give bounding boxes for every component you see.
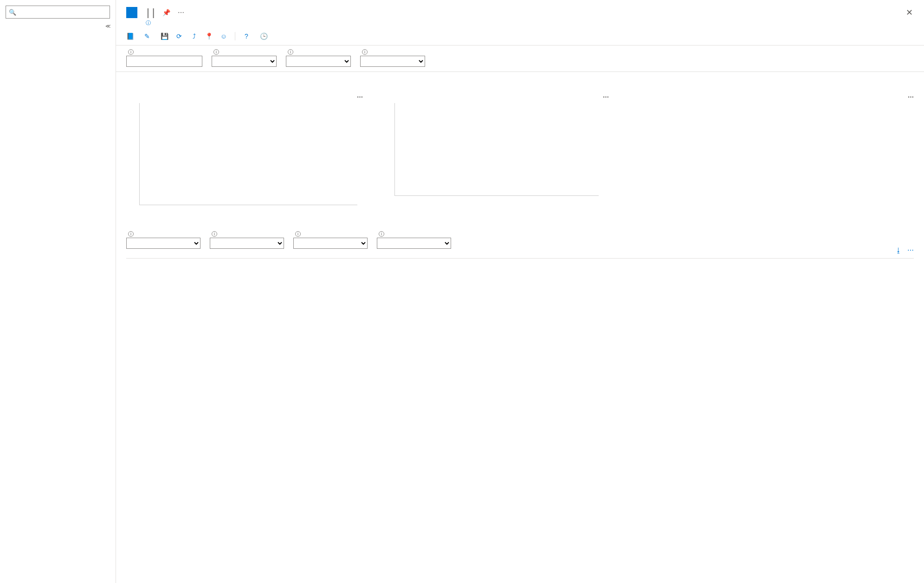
clock-icon: 🕒: [260, 32, 267, 40]
main: | | 📌 ⋯ ⓘ ✕ 📘 ✎ 💾 ⟳ ⤴ 📍 ☺ ? 🕒: [116, 0, 924, 583]
donut-center: [668, 116, 703, 150]
info-icon[interactable]: i: [212, 231, 217, 237]
page-header: | | 📌 ⋯ ⓘ ✕: [116, 0, 924, 27]
pin-button[interactable]: 📍: [205, 32, 213, 40]
sidebar-search-input[interactable]: [16, 9, 107, 15]
filter-search-input[interactable]: [126, 56, 202, 67]
save-icon: 💾: [161, 32, 168, 40]
info-icon[interactable]: i: [128, 49, 134, 55]
charts-row: ⋯ ⋯ ⋯: [116, 82, 924, 218]
share-button[interactable]: ⤴: [190, 32, 198, 40]
info-icon[interactable]: i: [379, 231, 384, 237]
edit-icon: ✎: [143, 32, 151, 40]
page-select[interactable]: [377, 238, 451, 249]
order-select[interactable]: [210, 238, 284, 249]
filter-jobfail-select[interactable]: [360, 56, 425, 67]
more-icon[interactable]: ⋯: [178, 9, 184, 16]
smile-icon: ☺: [220, 32, 227, 40]
info-icon[interactable]: i: [362, 49, 368, 55]
info-icon[interactable]: i: [128, 231, 134, 237]
filter-jobstat-select[interactable]: [286, 56, 351, 67]
filter-bar: i i i i: [116, 45, 924, 72]
edit-button[interactable]: ✎: [143, 32, 153, 40]
toolbar: 📘 ✎ 💾 ⟳ ⤴ 📍 ☺ ? 🕒: [116, 27, 924, 45]
feedback-button[interactable]: ☺: [220, 32, 227, 40]
chart-menu-icon[interactable]: ⋯: [603, 93, 609, 100]
chart-jobs-by-op: ⋯: [381, 93, 609, 214]
search-icon: 🔍: [9, 9, 16, 16]
info-icon: ⓘ: [146, 20, 151, 26]
sidebar: 🔍 ≪: [0, 0, 116, 583]
info-icon[interactable]: i: [295, 231, 301, 237]
filter-jobop-select[interactable]: [212, 56, 277, 67]
chart-menu-icon[interactable]: ⋯: [908, 93, 914, 100]
sidebar-search[interactable]: 🔍: [6, 6, 110, 19]
pin-icon[interactable]: 📌: [162, 9, 170, 16]
sortby-select[interactable]: [126, 238, 200, 249]
workbooks-button[interactable]: 📘: [126, 32, 136, 40]
help-button[interactable]: ?: [243, 32, 252, 40]
close-button[interactable]: ✕: [906, 7, 913, 18]
chart-jobs-status-time: ⋯: [126, 93, 363, 214]
save-button[interactable]: 💾: [161, 32, 168, 40]
help-icon: ?: [243, 32, 250, 40]
jobs-table-wrap: ⭳ ⋯: [126, 258, 914, 259]
donut-chart: [655, 103, 716, 163]
chart-failed-jobs: ⋯: [627, 93, 914, 214]
kpi-row: [116, 72, 924, 82]
refresh-icon: ⟳: [175, 32, 183, 40]
sidebar-collapse-button[interactable]: ≪: [0, 23, 116, 29]
info-icon[interactable]: i: [288, 49, 293, 55]
refresh-button[interactable]: ⟳: [175, 32, 183, 40]
download-icon[interactable]: ⭳: [895, 246, 902, 254]
pin2-icon: 📍: [205, 32, 213, 40]
share-icon: ⤴: [190, 32, 198, 40]
autorefresh-button[interactable]: 🕒: [260, 32, 270, 40]
resource-icon: [126, 7, 137, 18]
info-icon[interactable]: i: [213, 49, 219, 55]
distribution-section: i i i i: [116, 218, 924, 251]
chart-menu-icon[interactable]: ⋯: [357, 93, 363, 100]
workbooks-icon: 📘: [126, 32, 134, 40]
table-menu-icon[interactable]: ⋯: [907, 246, 914, 254]
rows-select[interactable]: [293, 238, 368, 249]
